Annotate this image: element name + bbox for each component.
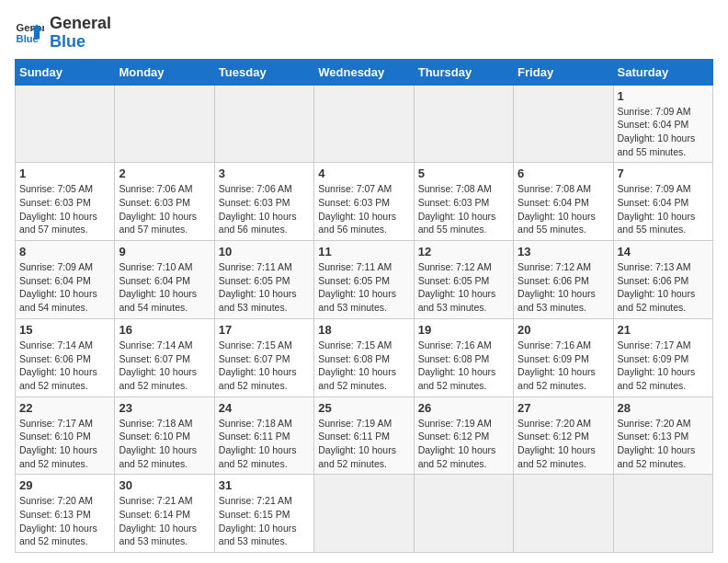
day-detail: Sunrise: 7:18 AMSunset: 6:10 PMDaylight:… <box>119 417 210 471</box>
day-number: 7 <box>618 167 709 180</box>
day-detail: Sunrise: 7:06 AMSunset: 6:03 PMDaylight:… <box>219 182 310 236</box>
day-cell: 1Sunrise: 7:05 AMSunset: 6:03 PMDaylight… <box>16 163 115 241</box>
day-cell: 18Sunrise: 7:15 AMSunset: 6:08 PMDayligh… <box>314 318 414 396</box>
day-cell: 14Sunrise: 7:13 AMSunset: 6:06 PMDayligh… <box>613 241 712 319</box>
day-detail: Sunrise: 7:10 AMSunset: 6:04 PMDaylight:… <box>119 260 210 315</box>
day-header-monday: Monday <box>115 59 214 85</box>
day-number: 5 <box>418 167 509 180</box>
day-detail: Sunrise: 7:09 AMSunset: 6:04 PMDaylight:… <box>618 182 709 236</box>
day-number: 11 <box>318 245 409 259</box>
day-header-thursday: Thursday <box>414 59 513 85</box>
day-detail: Sunrise: 7:17 AMSunset: 6:09 PMDaylight:… <box>618 339 709 393</box>
week-row-4: 15Sunrise: 7:14 AMSunset: 6:06 PMDayligh… <box>16 318 713 396</box>
day-number: 25 <box>318 401 409 415</box>
day-detail: Sunrise: 7:13 AMSunset: 6:06 PMDaylight:… <box>618 260 709 315</box>
day-detail: Sunrise: 7:07 AMSunset: 6:03 PMDaylight:… <box>318 182 409 236</box>
day-number: 19 <box>418 323 509 337</box>
day-cell: 31Sunrise: 7:21 AMSunset: 6:15 PMDayligh… <box>214 475 313 553</box>
day-cell: 24Sunrise: 7:18 AMSunset: 6:11 PMDayligh… <box>214 396 313 475</box>
day-cell: 19Sunrise: 7:16 AMSunset: 6:08 PMDayligh… <box>414 318 513 396</box>
logo: General Blue General Blue <box>15 15 111 52</box>
day-cell <box>613 475 712 553</box>
day-cell: 6Sunrise: 7:08 AMSunset: 6:04 PMDaylight… <box>514 163 613 241</box>
week-row-1: 1Sunrise: 7:09 AMSunset: 6:04 PMDaylight… <box>16 85 713 163</box>
day-cell: 9Sunrise: 7:10 AMSunset: 6:04 PMDaylight… <box>115 241 214 319</box>
day-cell: 28Sunrise: 7:20 AMSunset: 6:13 PMDayligh… <box>613 396 712 475</box>
day-cell: 13Sunrise: 7:12 AMSunset: 6:06 PMDayligh… <box>514 241 613 319</box>
day-cell: 25Sunrise: 7:19 AMSunset: 6:11 PMDayligh… <box>314 396 414 475</box>
logo-blue: Blue <box>50 33 111 52</box>
day-cell: 11Sunrise: 7:11 AMSunset: 6:05 PMDayligh… <box>314 241 414 319</box>
logo-icon: General Blue <box>15 18 44 48</box>
day-number: 22 <box>19 401 110 415</box>
header-row: SundayMondayTuesdayWednesdayThursdayFrid… <box>16 59 713 85</box>
day-cell: 15Sunrise: 7:14 AMSunset: 6:06 PMDayligh… <box>16 318 115 396</box>
day-detail: Sunrise: 7:19 AMSunset: 6:11 PMDaylight:… <box>318 417 409 471</box>
day-cell: 2Sunrise: 7:06 AMSunset: 6:03 PMDaylight… <box>115 163 214 241</box>
day-cell: 16Sunrise: 7:14 AMSunset: 6:07 PMDayligh… <box>115 318 214 396</box>
day-detail: Sunrise: 7:21 AMSunset: 6:14 PMDaylight:… <box>119 494 210 548</box>
day-detail: Sunrise: 7:05 AMSunset: 6:03 PMDaylight:… <box>19 182 110 236</box>
day-detail: Sunrise: 7:14 AMSunset: 6:06 PMDaylight:… <box>19 339 110 393</box>
day-cell: 26Sunrise: 7:19 AMSunset: 6:12 PMDayligh… <box>414 396 513 475</box>
day-header-tuesday: Tuesday <box>214 59 313 85</box>
day-cell: 5Sunrise: 7:08 AMSunset: 6:03 PMDaylight… <box>414 163 513 241</box>
day-detail: Sunrise: 7:08 AMSunset: 6:04 PMDaylight:… <box>518 182 609 236</box>
day-cell: 10Sunrise: 7:11 AMSunset: 6:05 PMDayligh… <box>214 241 313 319</box>
day-detail: Sunrise: 7:20 AMSunset: 6:13 PMDaylight:… <box>618 417 709 471</box>
day-detail: Sunrise: 7:12 AMSunset: 6:05 PMDaylight:… <box>418 260 509 315</box>
day-detail: Sunrise: 7:20 AMSunset: 6:13 PMDaylight:… <box>19 494 110 548</box>
day-cell: 3Sunrise: 7:06 AMSunset: 6:03 PMDaylight… <box>214 163 313 241</box>
day-cell: 23Sunrise: 7:18 AMSunset: 6:10 PMDayligh… <box>115 396 214 475</box>
day-header-sunday: Sunday <box>16 59 115 85</box>
day-cell: 22Sunrise: 7:17 AMSunset: 6:10 PMDayligh… <box>16 396 115 475</box>
day-header-friday: Friday <box>514 59 613 85</box>
day-header-wednesday: Wednesday <box>314 59 414 85</box>
day-cell: 8Sunrise: 7:09 AMSunset: 6:04 PMDaylight… <box>16 241 115 319</box>
day-cell: 17Sunrise: 7:15 AMSunset: 6:07 PMDayligh… <box>214 318 313 396</box>
week-row-3: 8Sunrise: 7:09 AMSunset: 6:04 PMDaylight… <box>16 241 713 319</box>
day-detail: Sunrise: 7:11 AMSunset: 6:05 PMDaylight:… <box>219 260 310 315</box>
day-number: 29 <box>19 478 110 492</box>
day-cell <box>16 85 115 163</box>
day-detail: Sunrise: 7:16 AMSunset: 6:09 PMDaylight:… <box>518 339 609 393</box>
week-row-5: 22Sunrise: 7:17 AMSunset: 6:10 PMDayligh… <box>16 396 713 475</box>
week-row-6: 29Sunrise: 7:20 AMSunset: 6:13 PMDayligh… <box>16 475 713 553</box>
day-cell <box>514 475 613 553</box>
calendar-table: SundayMondayTuesdayWednesdayThursdayFrid… <box>15 59 713 554</box>
day-cell: 4Sunrise: 7:07 AMSunset: 6:03 PMDaylight… <box>314 163 414 241</box>
day-detail: Sunrise: 7:20 AMSunset: 6:12 PMDaylight:… <box>518 417 609 471</box>
week-row-2: 1Sunrise: 7:05 AMSunset: 6:03 PMDaylight… <box>16 163 713 241</box>
day-number: 24 <box>219 401 310 415</box>
day-detail: Sunrise: 7:15 AMSunset: 6:08 PMDaylight:… <box>318 339 409 393</box>
day-cell <box>414 85 513 163</box>
day-detail: Sunrise: 7:16 AMSunset: 6:08 PMDaylight:… <box>418 339 509 393</box>
day-number: 26 <box>418 401 509 415</box>
day-detail: Sunrise: 7:08 AMSunset: 6:03 PMDaylight:… <box>418 182 509 236</box>
day-detail: Sunrise: 7:15 AMSunset: 6:07 PMDaylight:… <box>219 339 310 393</box>
day-number: 27 <box>518 401 609 415</box>
day-number: 28 <box>618 401 709 415</box>
day-number: 10 <box>219 245 310 259</box>
day-detail: Sunrise: 7:19 AMSunset: 6:12 PMDaylight:… <box>418 417 509 471</box>
day-number: 6 <box>518 167 609 180</box>
day-number: 21 <box>618 323 709 337</box>
day-cell: 27Sunrise: 7:20 AMSunset: 6:12 PMDayligh… <box>514 396 613 475</box>
day-cell <box>314 475 414 553</box>
day-number: 1 <box>618 89 709 103</box>
page-header: General Blue General Blue <box>15 15 713 52</box>
day-number: 1 <box>19 167 110 180</box>
day-detail: Sunrise: 7:18 AMSunset: 6:11 PMDaylight:… <box>219 417 310 471</box>
day-detail: Sunrise: 7:09 AMSunset: 6:04 PMDaylight:… <box>19 260 110 315</box>
day-detail: Sunrise: 7:06 AMSunset: 6:03 PMDaylight:… <box>119 182 210 236</box>
day-number: 31 <box>219 478 310 492</box>
day-detail: Sunrise: 7:09 AMSunset: 6:04 PMDaylight:… <box>618 105 709 159</box>
day-cell <box>414 475 513 553</box>
day-number: 17 <box>219 323 310 337</box>
day-header-saturday: Saturday <box>613 59 712 85</box>
day-cell: 21Sunrise: 7:17 AMSunset: 6:09 PMDayligh… <box>613 318 712 396</box>
day-detail: Sunrise: 7:11 AMSunset: 6:05 PMDaylight:… <box>318 260 409 315</box>
day-cell <box>514 85 613 163</box>
day-number: 13 <box>518 245 609 259</box>
day-detail: Sunrise: 7:17 AMSunset: 6:10 PMDaylight:… <box>19 417 110 471</box>
